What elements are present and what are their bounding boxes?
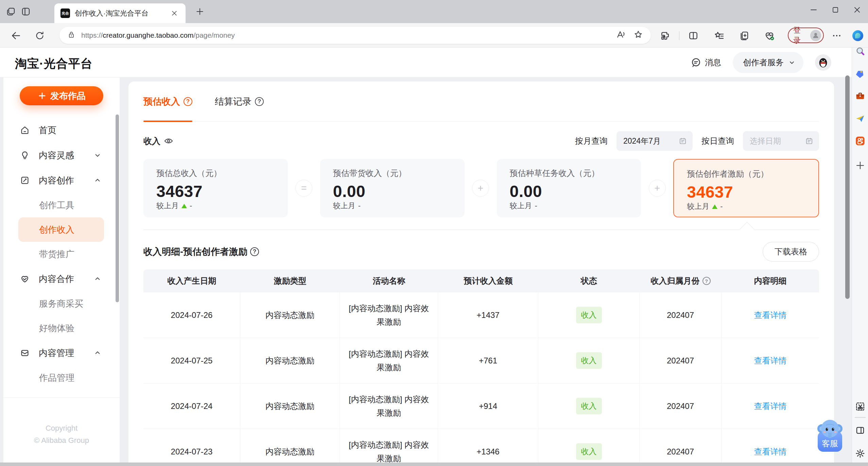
- user-avatar[interactable]: [815, 54, 831, 71]
- trend-up-icon: [181, 204, 187, 208]
- help-icon[interactable]: ?: [702, 277, 711, 285]
- copyright: Copyright © Alibaba Group: [3, 422, 120, 447]
- sidebar-scrollbar[interactable]: [116, 114, 119, 302]
- calendar-icon: [805, 137, 814, 145]
- chevron-up-icon: [93, 348, 102, 357]
- day-picker[interactable]: 选择日期: [743, 131, 819, 151]
- tab-actions-icon[interactable]: [20, 5, 32, 18]
- view-details-link[interactable]: 查看详情: [754, 310, 787, 321]
- rail-settings-icon[interactable]: [854, 448, 866, 459]
- collections-icon[interactable]: [738, 30, 750, 42]
- favorite-star-icon[interactable]: [633, 30, 643, 41]
- more-menu-icon[interactable]: [831, 30, 843, 42]
- income-tabs: 预估收入 ? 结算记录 ?: [143, 82, 819, 122]
- window-bottom-edge: [0, 463, 868, 466]
- browser-tab[interactable]: 光合 创作收入·淘宝光合平台: [54, 3, 186, 23]
- sidebar-item-service-purchase[interactable]: 服务商采买: [3, 291, 120, 316]
- lightbulb-icon: [20, 150, 30, 160]
- sidebar-item-product-trial[interactable]: 好物体验: [3, 316, 120, 340]
- site-favicon: 光合: [60, 8, 70, 18]
- new-tab-button[interactable]: [194, 6, 205, 17]
- sidebar-group-creation[interactable]: 内容创作: [3, 168, 120, 193]
- split-screen-icon[interactable]: [687, 30, 699, 42]
- toolbar-separator: [679, 31, 679, 40]
- stat-card-sales-income: 预估带货收入（元） 0.00 较上月-: [320, 159, 465, 217]
- tab-estimated-income[interactable]: 预估收入 ?: [143, 82, 192, 121]
- view-details-link[interactable]: 查看详情: [754, 355, 787, 366]
- customer-service-widget[interactable]: 客服: [817, 417, 843, 452]
- workspaces-icon[interactable]: [5, 5, 17, 18]
- minimize-button[interactable]: [803, 0, 824, 20]
- penguin-avatar-icon: [817, 56, 830, 69]
- tab-close-icon[interactable]: [169, 8, 179, 18]
- lock-icon: [67, 30, 76, 40]
- sidebar-item-sales-promotion[interactable]: 带货推广: [3, 242, 120, 266]
- refresh-button[interactable]: [33, 29, 46, 42]
- rail-search-icon[interactable]: [854, 46, 866, 57]
- rail-paper-plane-icon[interactable]: [854, 113, 866, 124]
- main-panel: 预估收入 ? 结算记录 ? 收入 按月查询 2024年7月: [128, 82, 834, 463]
- plus-icon: [37, 91, 47, 101]
- sidebar-item-creation-income[interactable]: 创作收入: [18, 217, 104, 242]
- sidebar-group-cooperation[interactable]: 内容合作: [3, 266, 120, 291]
- messages-label: 消息: [705, 57, 721, 68]
- favorites-icon[interactable]: [713, 30, 725, 42]
- creator-service-menu[interactable]: 创作者服务: [733, 52, 803, 73]
- help-icon[interactable]: ?: [250, 247, 259, 256]
- sidebar-group-inspiration[interactable]: 内容灵感: [3, 143, 120, 168]
- rail-shopping-icon[interactable]: [854, 68, 866, 79]
- browser-tab-bar: 光合 创作收入·淘宝光合平台: [0, 0, 868, 23]
- help-icon[interactable]: ?: [255, 97, 264, 106]
- back-button[interactable]: [10, 29, 22, 42]
- maximize-button[interactable]: [824, 0, 846, 20]
- calendar-icon: [678, 137, 687, 145]
- chevron-down-icon: [788, 58, 796, 67]
- stat-card-creator-incentive[interactable]: 预估创作者激励（元） 34637 较上月-: [673, 159, 819, 217]
- rail-sidebar-toggle-icon[interactable]: [854, 425, 866, 436]
- heart-hands-icon: [20, 274, 30, 284]
- section-divider: [143, 230, 819, 230]
- edit-square-icon: [20, 175, 30, 185]
- profile-avatar-icon: [810, 30, 821, 41]
- rail-screenshot-icon[interactable]: [854, 401, 866, 412]
- login-button[interactable]: 登录: [788, 28, 824, 43]
- month-picker[interactable]: 2024年7月: [617, 131, 693, 151]
- tab-title: 创作收入·淘宝光合平台: [75, 8, 169, 18]
- messages-entry[interactable]: 消息: [691, 57, 721, 68]
- caret-pointer: [739, 222, 754, 237]
- table-header: 收入产生日期 激励类型 活动名称 预计收入金额 状态 收入归属月份? 内容明细: [143, 269, 819, 292]
- status-badge: 收入: [576, 443, 602, 460]
- site-logo[interactable]: 淘宝·光合平台: [15, 56, 93, 72]
- read-aloud-icon[interactable]: [615, 30, 626, 41]
- status-badge: 收入: [576, 352, 602, 369]
- close-button[interactable]: [846, 0, 868, 20]
- page-scrollbar[interactable]: [845, 75, 850, 299]
- sidebar: 发布作品 首页 内容灵感 内容创作 创作工具 创作收入: [3, 77, 120, 463]
- rail-divider: [855, 417, 866, 418]
- tab-settlement-records[interactable]: 结算记录 ?: [215, 82, 264, 121]
- eye-icon[interactable]: [164, 136, 173, 146]
- publish-work-button[interactable]: 发布作品: [20, 86, 103, 105]
- detail-section-title: 收入明细-预估创作者激励 ?: [143, 246, 259, 258]
- view-details-link[interactable]: 查看详情: [754, 446, 787, 457]
- table-row: 2024-07-25 内容动态激励 [内容动态激励] 内容效果激励 +761 收…: [143, 338, 819, 383]
- download-table-button[interactable]: 下载表格: [763, 242, 819, 262]
- sidebar-item-creation-tools[interactable]: 创作工具: [3, 193, 120, 217]
- address-bar[interactable]: https://creator.guanghe.taobao.com/page/…: [59, 27, 651, 44]
- home-icon: [20, 125, 30, 135]
- rail-add-icon[interactable]: [854, 160, 866, 171]
- rail-kuaishou-icon[interactable]: [854, 135, 866, 147]
- plus-separator: +: [641, 159, 673, 217]
- sidebar-group-content-management[interactable]: 内容管理: [3, 340, 120, 365]
- edge-sidebar-rail: [852, 48, 868, 466]
- view-details-link[interactable]: 查看详情: [754, 401, 787, 412]
- mailbox-icon: [20, 348, 30, 358]
- table-row: 2024-07-24 内容动态激励 [内容动态激励] 内容效果激励 +914 收…: [143, 383, 819, 429]
- browser-essentials-icon[interactable]: [763, 30, 776, 42]
- sidebar-item-works-management[interactable]: 作品管理: [3, 365, 120, 390]
- help-icon[interactable]: ?: [184, 97, 192, 106]
- extensions-icon[interactable]: [659, 30, 672, 42]
- copilot-icon[interactable]: [852, 30, 864, 42]
- sidebar-item-home[interactable]: 首页: [3, 118, 120, 143]
- rail-toolbox-icon[interactable]: [854, 90, 866, 102]
